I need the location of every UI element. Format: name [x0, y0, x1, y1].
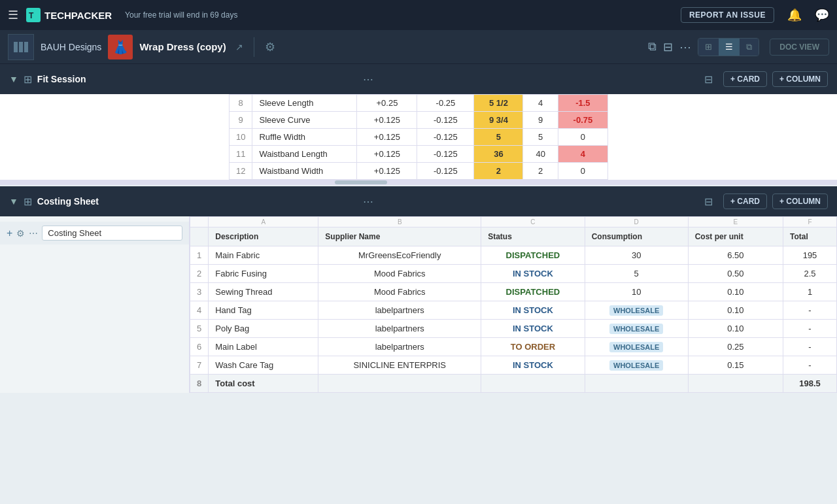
- fit-row-spec: 9: [523, 112, 558, 129]
- costing-split-icon[interactable]: ⊟: [704, 195, 713, 208]
- costing-consumption: [585, 375, 688, 393]
- report-issue-button[interactable]: REPORT AN ISSUE: [681, 7, 774, 23]
- costing-col-header-status: Status: [481, 227, 585, 246]
- costing-col-header-cost-per-unit: Cost per unit: [688, 227, 783, 246]
- costing-consumption: WHOLESALE: [585, 320, 688, 338]
- costing-row-num: 1: [190, 246, 209, 265]
- product-thumbnail: 👗: [108, 35, 133, 59]
- list-view-button[interactable]: ☰: [719, 39, 740, 56]
- costing-supplier: [318, 375, 481, 393]
- sidebar-gear-icon[interactable]: ⚙: [16, 228, 25, 239]
- fit-row-diff: -0.75: [558, 112, 607, 129]
- costing-description: Sewing Thread: [209, 283, 318, 301]
- copy-icon[interactable]: ⧉: [648, 40, 657, 54]
- costing-description: Main Fabric: [209, 246, 318, 265]
- fit-row-plus: +0.125: [357, 129, 417, 146]
- fit-row-num: 11: [230, 146, 252, 163]
- costing-col-header-description: Description: [209, 227, 318, 246]
- costing-more-icon[interactable]: ⋯: [363, 195, 373, 208]
- fit-row-num: 8: [230, 95, 252, 112]
- costing-total: 1: [783, 283, 837, 301]
- techpacker-logo-icon: T: [26, 8, 41, 22]
- fit-row-name: Waistband Length: [252, 146, 357, 163]
- fit-add-card-button[interactable]: + CARD: [723, 71, 767, 87]
- view-toggle: ⊞ ☰ ⧉: [698, 38, 759, 56]
- costing-add-card-button[interactable]: + CARD: [723, 193, 767, 209]
- costing-col-letter: E: [688, 217, 783, 227]
- fit-row-minus: -0.125: [417, 112, 474, 129]
- fit-session-table-wrap: 8 Sleeve Length +0.25 -0.25 5 1/2 4 -1.5…: [0, 94, 837, 180]
- chat-icon[interactable]: 💬: [815, 8, 829, 22]
- costing-sidebar: + ⚙ ⋯ Costing Sheet: [0, 216, 190, 393]
- costing-description: Main Label: [209, 338, 318, 356]
- costing-consumption: WHOLESALE: [585, 338, 688, 356]
- costing-row-num: 4: [190, 301, 209, 320]
- costing-status: DISPATCHED: [481, 246, 585, 265]
- costing-cost-per-unit: 0.15: [688, 356, 783, 375]
- hamburger-icon[interactable]: ☰: [8, 8, 18, 22]
- fit-row-minus: -0.125: [417, 163, 474, 180]
- costing-description: Fabric Fusing: [209, 265, 318, 283]
- product-actions: ⧉ ⊟ ⋯ ⊞ ☰ ⧉ DOC VIEW: [648, 38, 829, 56]
- costing-table: ABCDEFDescriptionSupplier NameStatusCons…: [190, 216, 837, 393]
- fit-row-plus: +0.125: [357, 163, 417, 180]
- costing-supplier: labelpartners: [318, 301, 481, 320]
- costing-total: 198.5: [783, 375, 837, 393]
- costing-add-column-button[interactable]: + COLUMN: [772, 193, 828, 209]
- costing-col-letter: F: [783, 217, 837, 227]
- grid-view-button[interactable]: ⊞: [698, 39, 719, 56]
- costing-sheet-header: ▼ ⊞ Costing Sheet ⋯ ⊟ + CARD + COLUMN: [0, 186, 837, 216]
- external-link-icon[interactable]: ↗: [235, 42, 243, 52]
- costing-row-num: 2: [190, 265, 209, 283]
- bell-icon[interactable]: 🔔: [787, 8, 802, 22]
- fit-session-chevron[interactable]: ▼: [9, 74, 18, 84]
- fit-session-header: ▼ ⊞ Fit Session ⋯ ⊟ + CARD + COLUMN: [0, 64, 837, 94]
- fit-session-table: 8 Sleeve Length +0.25 -0.25 5 1/2 4 -1.5…: [229, 94, 608, 180]
- costing-col-letter: B: [318, 217, 481, 227]
- costing-total: -: [783, 356, 837, 375]
- costing-row-num: 7: [190, 356, 209, 375]
- sidebar-dots-icon[interactable]: ⋯: [29, 228, 38, 239]
- fit-session-table-icon: ⊞: [24, 73, 32, 86]
- fit-session-title: Fit Session: [37, 74, 358, 84]
- fit-session-more-icon[interactable]: ⋯: [363, 73, 373, 86]
- costing-consumption: 5: [585, 265, 688, 283]
- costing-supplier: Mood Fabrics: [318, 265, 481, 283]
- costing-cost-per-unit: 0.10: [688, 320, 783, 338]
- costing-status: IN STOCK: [481, 320, 585, 338]
- fit-row-actual: 9 3/4: [474, 112, 523, 129]
- costing-description: Poly Bag: [209, 320, 318, 338]
- costing-cost-per-unit: 0.10: [688, 301, 783, 320]
- split-icon[interactable]: ⊟: [704, 73, 713, 86]
- costing-col-header-total: Total: [783, 227, 837, 246]
- fit-row-spec: 5: [523, 129, 558, 146]
- more-options-icon[interactable]: ⋯: [679, 40, 691, 54]
- fit-row-actual: 36: [474, 146, 523, 163]
- costing-row-num: 5: [190, 320, 209, 338]
- svg-text:T: T: [29, 11, 34, 20]
- costing-consumption: 10: [585, 283, 688, 301]
- costing-status: [481, 375, 585, 393]
- costing-supplier: Mood Fabrics: [318, 283, 481, 301]
- fit-row-actual: 5: [474, 129, 523, 146]
- settings-icon[interactable]: ⚙: [265, 40, 275, 54]
- costing-chevron[interactable]: ▼: [9, 196, 18, 207]
- fit-add-column-button[interactable]: + COLUMN: [772, 71, 828, 87]
- costing-consumption: 30: [585, 246, 688, 265]
- costing-col-header-consumption: Consumption: [585, 227, 688, 246]
- fit-row-plus: +0.125: [357, 146, 417, 163]
- horizontal-scrollbar[interactable]: [0, 180, 837, 185]
- layers-view-button[interactable]: ⧉: [740, 39, 759, 56]
- costing-supplier: labelpartners: [318, 338, 481, 356]
- costing-supplier: MrGreensEcoFriendly: [318, 246, 481, 265]
- doc-view-button[interactable]: DOC VIEW: [770, 39, 829, 56]
- fit-row-name: Ruffle Width: [252, 129, 357, 146]
- sidebar-add-icon[interactable]: +: [7, 227, 12, 239]
- costing-cost-per-unit: [688, 375, 783, 393]
- costing-total: -: [783, 320, 837, 338]
- costing-sidebar-item: + ⚙ ⋯ Costing Sheet: [0, 222, 189, 244]
- fit-row-minus: -0.125: [417, 129, 474, 146]
- fit-row-diff: 4: [558, 146, 607, 163]
- fit-row-diff: 0: [558, 163, 607, 180]
- filter-icon[interactable]: ⊟: [663, 40, 673, 54]
